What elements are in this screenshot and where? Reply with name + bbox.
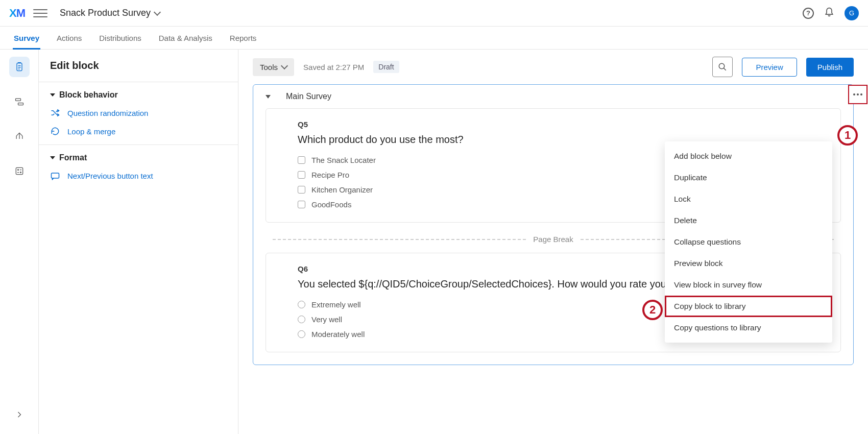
svg-point-5 [20,172,21,173]
tab-survey[interactable]: Survey [14,27,39,49]
checkbox-icon [298,201,305,208]
menu-collapse-questions[interactable]: Collapse questions [665,231,832,253]
tab-distributions[interactable]: Distributions [99,27,141,49]
left-rail [0,50,39,434]
caret-down-icon [50,93,55,97]
svg-rect-2 [18,103,23,105]
menu-add-block-below[interactable]: Add block below [665,146,832,167]
block-actions-menu: Add block below Duplicate Lock Delete Co… [665,141,832,343]
svg-rect-3 [16,167,22,174]
svg-point-7 [719,63,725,69]
tools-label: Tools [260,63,278,71]
publish-button[interactable]: Publish [806,58,854,77]
choice-label: Very well [311,315,342,324]
preview-button[interactable]: Preview [742,58,797,77]
nav-button-text-label: Next/Previous button text [67,172,153,180]
choice-label: Extremely well [311,300,361,309]
tab-reports[interactable]: Reports [230,27,257,49]
loop-merge-link[interactable]: Loop & merge [50,118,227,136]
section-block-behavior[interactable]: Block behavior [50,90,227,100]
radio-icon [298,301,305,308]
svg-rect-0 [17,63,22,71]
svg-point-4 [17,170,18,171]
tab-actions[interactable]: Actions [57,27,82,49]
annotation-callout-2: 2 [642,300,663,320]
menu-copy-block-to-library[interactable]: Copy block to library [665,296,832,317]
question-randomization-label: Question randomization [67,109,148,117]
choice-label: Kitchen Organizer [311,185,373,194]
saved-status: Saved at 2:27 PM [303,63,364,71]
chevron-down-icon [154,8,161,15]
choice-label: GoodFoods [311,200,351,209]
checkbox-icon [298,186,305,194]
tools-dropdown[interactable]: Tools [253,58,294,76]
rail-look-feel-icon[interactable] [9,126,30,147]
project-title-dropdown[interactable]: Snack Product Survey [60,8,160,18]
xm-logo: XM [9,7,25,20]
radio-icon [298,330,305,338]
menu-view-in-flow[interactable]: View block in survey flow [665,274,832,296]
menu-delete[interactable]: Delete [665,210,832,231]
checkbox-icon [298,156,305,164]
chevron-down-icon [281,62,288,69]
block-actions-button[interactable] [848,85,867,104]
block-name[interactable]: Main Survey [286,92,331,101]
checkbox-icon [298,171,305,179]
page-break-label: Page Break [533,235,573,244]
draft-badge: Draft [373,61,399,73]
svg-rect-6 [52,173,59,178]
svg-rect-1 [15,99,20,101]
nav-button-text-link[interactable]: Next/Previous button text [50,162,227,181]
more-icon [853,93,862,95]
rail-builder-icon[interactable] [9,57,30,77]
help-icon[interactable]: ? [803,8,814,19]
edit-block-panel: Edit block Block behavior Question rando… [39,50,238,434]
section-format[interactable]: Format [50,153,227,162]
primary-nav: Survey Actions Distributions Data & Anal… [0,27,868,50]
rail-options-icon[interactable] [9,161,30,181]
main-menu-button[interactable] [33,6,47,20]
radio-icon [298,316,305,323]
section-format-label: Format [59,153,87,162]
block-collapse-caret[interactable] [266,95,271,99]
annotation-callout-1: 1 [837,125,858,146]
caret-down-icon [50,156,55,159]
project-title-text: Snack Product Survey [60,8,151,18]
rail-flow-icon[interactable] [9,91,30,112]
menu-lock[interactable]: Lock [665,188,832,210]
panel-title: Edit block [39,60,238,82]
choice-label: The Snack Locater [311,156,376,164]
menu-preview-block[interactable]: Preview block [665,253,832,274]
user-avatar[interactable]: G [845,6,859,20]
question-randomization-link[interactable]: Question randomization [50,100,227,118]
menu-copy-questions-to-library[interactable]: Copy questions to library [665,317,832,339]
choice-label: Recipe Pro [311,171,349,179]
rail-expand-icon[interactable] [9,404,30,425]
loop-merge-label: Loop & merge [67,127,115,136]
choice-label: Moderately well [311,330,365,339]
menu-duplicate[interactable]: Duplicate [665,167,832,188]
search-button[interactable] [712,57,733,77]
tab-data-analysis[interactable]: Data & Analysis [159,27,212,49]
section-block-behavior-label: Block behavior [59,90,118,100]
question-id: Q5 [298,120,809,129]
notifications-icon[interactable] [824,7,834,19]
